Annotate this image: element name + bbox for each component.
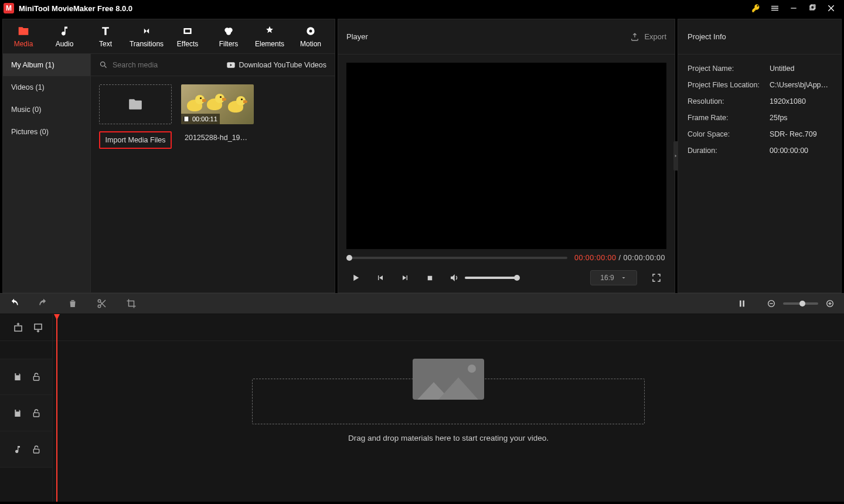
undo-button[interactable] — [8, 298, 20, 309]
svg-rect-26 — [35, 324, 42, 329]
tab-audio-label: Audio — [56, 40, 74, 48]
project-info-title: Project Info — [688, 32, 726, 41]
snap-button[interactable] — [736, 298, 748, 309]
sidebar-item-pictures[interactable]: Pictures (0) — [3, 121, 90, 143]
tab-text[interactable]: Text — [85, 19, 126, 53]
timeline-ruler[interactable] — [53, 314, 844, 341]
media-clip[interactable]: 00:00:11 20125288-hd_1920… — [181, 84, 254, 144]
svg-point-7 — [226, 30, 231, 35]
export-button[interactable]: Export — [630, 32, 666, 42]
tab-filters[interactable]: Filters — [208, 19, 249, 53]
close-button[interactable] — [822, 0, 840, 16]
player-title: Player — [346, 32, 368, 41]
track-header-audio[interactable] — [0, 431, 52, 468]
media-clip-name: 20125288-hd_1920… — [181, 131, 254, 144]
info-resolution: 1920x1080 — [770, 97, 832, 105]
maximize-button[interactable] — [803, 0, 822, 16]
track-header-video-2[interactable] — [0, 395, 52, 431]
zoom-out-button[interactable] — [765, 298, 777, 309]
save-icon — [13, 372, 22, 382]
svg-rect-15 — [427, 275, 432, 280]
seek-bar[interactable] — [348, 257, 567, 259]
music-icon — [13, 445, 22, 454]
aspect-ratio-select[interactable]: 16:9 — [590, 270, 637, 285]
tab-transitions-label: Transitions — [130, 40, 164, 48]
collapse-info-button[interactable] — [673, 141, 678, 171]
volume-slider[interactable] — [465, 277, 518, 279]
svg-rect-21 — [770, 303, 772, 304]
tab-filters-label: Filters — [219, 40, 239, 48]
sidebar-item-videos[interactable]: Videos (1) — [3, 76, 90, 98]
fullscreen-button[interactable] — [650, 271, 663, 284]
mute-button[interactable] — [448, 272, 460, 284]
info-project-name: Untitled — [770, 64, 832, 73]
play-button[interactable] — [350, 272, 362, 284]
svg-rect-29 — [16, 410, 19, 411]
split-button[interactable] — [96, 298, 108, 309]
media-sidebar: My Album (1) Videos (1) Music (0) Pictur… — [3, 54, 91, 292]
svg-rect-4 — [185, 29, 190, 32]
category-tabs: Media Audio Text Transitions Effects Fil… — [2, 19, 335, 54]
search-media[interactable] — [99, 60, 222, 69]
next-frame-button[interactable] — [399, 272, 411, 284]
add-track-below-button[interactable] — [33, 322, 43, 333]
import-media-button[interactable]: Import Media Files — [99, 84, 172, 149]
tab-elements[interactable]: Elements — [249, 19, 290, 53]
export-icon — [630, 32, 639, 42]
unlock-icon — [32, 372, 41, 382]
tab-effects[interactable]: Effects — [167, 19, 208, 53]
prev-frame-button[interactable] — [375, 272, 386, 284]
svg-rect-24 — [829, 302, 830, 305]
svg-rect-18 — [740, 301, 741, 307]
minimize-button[interactable] — [784, 0, 803, 16]
unlock-icon — [32, 408, 41, 418]
dropzone-image-icon — [413, 359, 484, 400]
svg-point-10 — [101, 62, 106, 67]
timeline-dropzone[interactable]: Drag and drop materials here to start cr… — [53, 359, 844, 442]
add-track-above-button[interactable] — [13, 322, 23, 333]
svg-rect-13 — [183, 117, 185, 121]
youtube-icon — [226, 60, 236, 70]
tab-transitions[interactable]: Transitions — [126, 19, 167, 53]
save-icon — [13, 408, 22, 418]
search-icon — [99, 60, 108, 69]
zoom-in-button[interactable] — [824, 298, 836, 309]
tab-elements-label: Elements — [255, 40, 284, 48]
track-header-video-1[interactable] — [0, 359, 52, 395]
menu-icon[interactable] — [765, 0, 784, 16]
sidebar-item-my-album[interactable]: My Album (1) — [3, 54, 90, 76]
timeline-track-headers — [0, 314, 53, 502]
info-duration: 00:00:00:00 — [770, 147, 832, 155]
tab-audio[interactable]: Audio — [44, 19, 85, 53]
svg-rect-27 — [16, 373, 19, 375]
info-project-location: C:\Users\bj\App… — [770, 81, 832, 89]
svg-point-9 — [309, 29, 312, 32]
sidebar-item-music[interactable]: Music (0) — [3, 98, 90, 121]
download-youtube-label: Download YouTube Videos — [239, 61, 326, 69]
svg-rect-28 — [33, 376, 39, 380]
delete-button[interactable] — [67, 298, 79, 309]
import-media-label: Import Media Files — [99, 131, 172, 149]
upgrade-key-icon[interactable] — [747, 0, 765, 16]
chevron-down-icon — [620, 274, 627, 281]
clip-duration-badge: 00:00:11 — [181, 114, 220, 124]
search-input[interactable] — [113, 61, 183, 69]
dropzone-text: Drag and drop materials here to start cr… — [348, 434, 549, 442]
crop-button[interactable] — [125, 298, 137, 309]
timeline-canvas[interactable]: Drag and drop materials here to start cr… — [53, 314, 844, 502]
svg-rect-1 — [810, 6, 814, 10]
timeline-toolbar — [0, 293, 844, 314]
stop-button[interactable] — [424, 272, 435, 284]
export-label: Export — [644, 32, 666, 41]
zoom-slider[interactable] — [783, 302, 818, 305]
title-bar: M MiniTool MovieMaker Free 8.0.0 — [0, 0, 844, 16]
redo-button[interactable] — [38, 298, 49, 309]
tab-media[interactable]: Media — [3, 19, 44, 53]
project-info-panel: Project Name:Untitled Project Files Loca… — [678, 55, 841, 165]
video-icon — [182, 115, 190, 123]
app-title: MiniTool MovieMaker Free 8.0.0 — [19, 4, 132, 13]
svg-rect-0 — [791, 8, 796, 8]
player-preview — [346, 63, 666, 249]
tab-motion[interactable]: Motion — [290, 19, 331, 53]
download-youtube-button[interactable]: Download YouTube Videos — [226, 60, 326, 70]
